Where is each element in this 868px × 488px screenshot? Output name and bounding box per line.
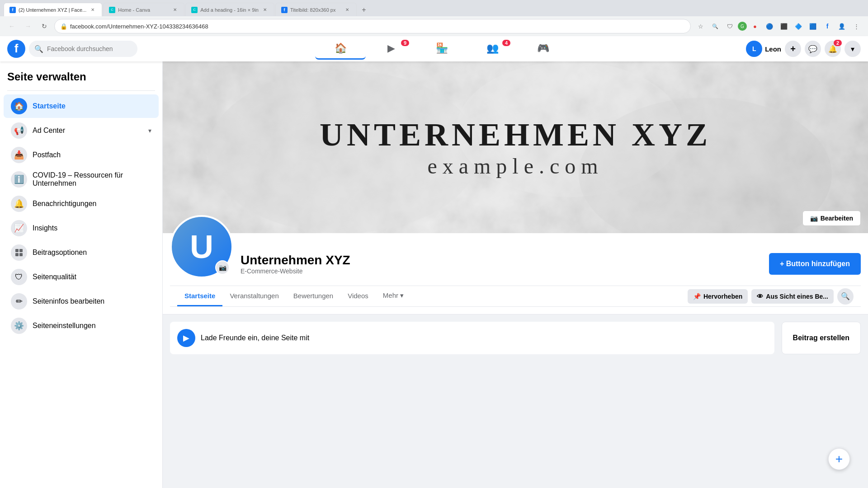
invite-card: ▶ Lade Freunde ein, deine Seite mit bbox=[170, 322, 774, 354]
back-button[interactable]: ← bbox=[5, 20, 18, 33]
play-button[interactable]: ▶ bbox=[177, 329, 195, 347]
cover-photo: UNTERNEHMEN XYZ example.com 📷 Bearbeiten bbox=[163, 61, 868, 233]
cover-edit-label: Bearbeiten bbox=[821, 215, 853, 222]
tab-bewertungen[interactable]: Bewertungen bbox=[286, 286, 340, 306]
insights-icon: 📈 bbox=[11, 220, 27, 236]
page-tabs: Startseite Veranstaltungen Bewertungen V… bbox=[170, 286, 861, 307]
add-button-cta[interactable]: + Button hinzufügen bbox=[769, 253, 861, 275]
marketplace-nav-icon: 🏪 bbox=[436, 42, 448, 54]
cover-edit-button[interactable]: 📷 Bearbeiten bbox=[802, 211, 861, 226]
tab-title-1: (2) Unternehmen XYZ | Face... bbox=[19, 7, 86, 13]
fb-browser-icon[interactable]: f bbox=[821, 20, 834, 33]
tab-title-4: Titelbild: 820x360 px bbox=[290, 7, 336, 13]
tab-startseite[interactable]: Startseite bbox=[177, 286, 222, 306]
sidebar-item-startseite[interactable]: 🏠 Startseite bbox=[4, 94, 159, 118]
tab-close-3[interactable]: ✕ bbox=[261, 6, 269, 14]
fab-button[interactable]: + bbox=[828, 448, 850, 470]
browser-tab-2[interactable]: C Home - Canva ✕ bbox=[103, 3, 184, 16]
avatar-camera-button[interactable]: 📷 bbox=[215, 260, 230, 275]
facebook-header: f 🔍 🏠 ▶ 9 🏪 👥 4 🎮 L Leon bbox=[0, 36, 868, 61]
search-input[interactable] bbox=[47, 45, 132, 52]
forward-button[interactable]: → bbox=[22, 20, 34, 33]
nav-marketplace[interactable]: 🏪 bbox=[416, 38, 467, 60]
aussicht-label: Aus Sicht eines Be... bbox=[766, 293, 828, 300]
tab-close-2[interactable]: ✕ bbox=[171, 6, 179, 14]
url-bar[interactable]: 🔒 facebook.com/Unternehmen-XYZ-104338234… bbox=[54, 19, 691, 33]
notifications-badge: 2 bbox=[834, 40, 842, 46]
nav-groups[interactable]: 👥 4 bbox=[467, 38, 518, 60]
sidebar-item-insights[interactable]: 📈 Insights bbox=[4, 216, 159, 240]
tab-videos[interactable]: Videos bbox=[340, 286, 376, 306]
sidebar-item-adcenter[interactable]: 📢 Ad Center ▾ bbox=[4, 119, 159, 142]
bookmark-icon[interactable]: ☆ bbox=[694, 20, 707, 33]
svg-rect-2 bbox=[15, 249, 19, 252]
sidebar-label-covid: COVID-19 – Ressourcen für Unternehmen bbox=[33, 171, 151, 188]
browser-tab-1[interactable]: f (2) Unternehmen XYZ | Face... ✕ bbox=[4, 3, 102, 16]
facebook-logo[interactable]: f bbox=[7, 40, 25, 58]
sidebar-label-beitragsoptionen: Beitragsoptionen bbox=[33, 249, 151, 257]
gaming-nav-icon: 🎮 bbox=[537, 42, 549, 54]
tab-close-1[interactable]: ✕ bbox=[89, 6, 96, 14]
browser-tab-4[interactable]: f Titelbild: 820x360 px ✕ bbox=[275, 3, 357, 16]
sidebar-item-seiteneinstellungen[interactable]: ⚙️ Seiteneinstellungen bbox=[4, 314, 159, 338]
new-tab-button[interactable]: + bbox=[358, 4, 370, 16]
user-browser-icon[interactable]: 👤 bbox=[835, 20, 848, 33]
aussicht-button[interactable]: 👁 Aus Sicht eines Be... bbox=[751, 289, 834, 304]
adcenter-chevron-icon: ▾ bbox=[148, 127, 151, 134]
sidebar-label-postfach: Postfach bbox=[33, 151, 151, 159]
camera-icon: 📷 bbox=[810, 215, 818, 222]
user-avatar: L bbox=[746, 41, 762, 57]
dropdown-button[interactable]: ▾ bbox=[844, 41, 861, 57]
beitrag-erstellen-button[interactable]: Beitrag erstellen bbox=[782, 322, 861, 354]
nav-watch[interactable]: ▶ 9 bbox=[366, 38, 416, 60]
add-button[interactable]: + bbox=[785, 41, 801, 57]
page-category: E-Commerce-Website bbox=[241, 267, 762, 275]
notifications-button[interactable]: 🔔 2 bbox=[825, 41, 841, 57]
more-browser-button[interactable]: ⋮ bbox=[850, 20, 863, 33]
tab-close-4[interactable]: ✕ bbox=[344, 6, 351, 14]
tab-mehr[interactable]: Mehr ▾ bbox=[376, 286, 411, 306]
profile-button[interactable]: L Leon bbox=[746, 41, 781, 57]
sidebar-item-notifications[interactable]: 🔔 Benachrichtigungen bbox=[4, 192, 159, 216]
sidebar-item-seitenqualitaet[interactable]: 🛡 Seitenqualität bbox=[4, 265, 159, 289]
extension-icon-5[interactable]: ⬛ bbox=[778, 20, 790, 33]
page-name: Unternehmen XYZ bbox=[241, 253, 762, 267]
svg-rect-3 bbox=[19, 249, 23, 252]
hervorheben-button[interactable]: 📌 Hervorheben bbox=[688, 289, 748, 304]
sidebar-label-notifications: Benachrichtigungen bbox=[33, 200, 151, 208]
reload-button[interactable]: ↻ bbox=[38, 20, 51, 33]
header-right: L Leon + 💬 🔔 2 ▾ bbox=[746, 41, 861, 57]
eye-icon: 👁 bbox=[757, 293, 763, 300]
nav-home[interactable]: 🏠 bbox=[315, 38, 366, 60]
sidebar-item-seiteninfos[interactable]: ✏ Seiteninfos bearbeiten bbox=[4, 290, 159, 313]
sidebar-item-postfach[interactable]: 📥 Postfach bbox=[4, 143, 159, 167]
fab-icon: + bbox=[835, 452, 843, 466]
seiteninfos-icon: ✏ bbox=[11, 293, 27, 310]
svg-rect-5 bbox=[19, 253, 23, 256]
tab-title-3: Add a heading - 16in × 9in bbox=[200, 7, 259, 13]
groups-badge: 4 bbox=[502, 40, 510, 46]
bottom-content: ▶ Lade Freunde ein, deine Seite mit Beit… bbox=[163, 314, 868, 361]
extension-icon-3[interactable]: ● bbox=[749, 20, 761, 33]
browser-tab-3[interactable]: C Add a heading - 16in × 9in ✕ bbox=[185, 3, 274, 16]
sidebar-item-beitragsoptionen[interactable]: Beitragsoptionen bbox=[4, 241, 159, 264]
search-bar[interactable]: 🔍 bbox=[29, 41, 137, 57]
browser-actions: ☆ 🔍 🛡 G ● 🔵 ⬛ 🔷 🟦 f 👤 ⋮ bbox=[694, 20, 863, 33]
facebook-nav: 🏠 ▶ 9 🏪 👥 4 🎮 bbox=[141, 38, 742, 60]
tab-search-button[interactable]: 🔍 bbox=[837, 288, 854, 305]
zoom-icon[interactable]: 🔍 bbox=[709, 20, 722, 33]
tab-veranstaltungen[interactable]: Veranstaltungen bbox=[222, 286, 286, 306]
sidebar-item-covid[interactable]: ℹ️ COVID-19 – Ressourcen für Unternehmen bbox=[4, 168, 159, 191]
postfach-icon: 📥 bbox=[11, 147, 27, 163]
nav-gaming[interactable]: 🎮 bbox=[518, 38, 568, 60]
covid-icon: ℹ️ bbox=[11, 171, 27, 188]
sidebar-label-startseite: Startseite bbox=[33, 102, 151, 110]
home-nav-icon: 🏠 bbox=[335, 42, 347, 54]
extension-icon-2[interactable]: G bbox=[738, 22, 747, 31]
profile-section: U 📷 Unternehmen XYZ E-Commerce-Website +… bbox=[163, 233, 868, 314]
messenger-button[interactable]: 💬 bbox=[805, 41, 821, 57]
extension-icon-7[interactable]: 🟦 bbox=[807, 20, 819, 33]
extension-icon-6[interactable]: 🔷 bbox=[792, 20, 805, 33]
extension-icon-4[interactable]: 🔵 bbox=[763, 20, 776, 33]
extension-icon-1[interactable]: 🛡 bbox=[723, 20, 736, 33]
